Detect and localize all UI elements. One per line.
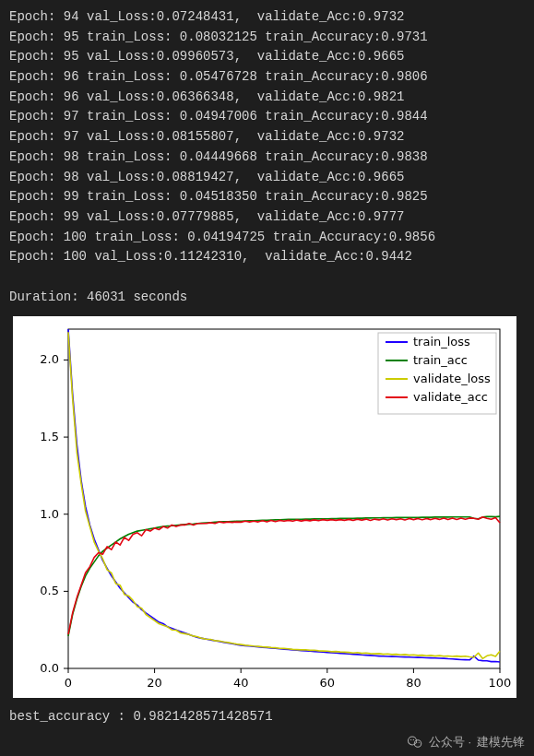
svg-text:validate_acc: validate_acc — [413, 390, 488, 404]
training-plot: 0204060801000.00.51.01.52.0train_losstra… — [13, 316, 516, 698]
svg-point-34 — [410, 739, 411, 740]
console-line: Epoch: 96 train_Loss: 0.05476728 train_A… — [9, 67, 525, 88]
console-line: Duration: 46031 seconds — [9, 288, 525, 308]
watermark-prefix: 公众号 · — [429, 734, 471, 750]
console-line: Epoch: 98 train_Loss: 0.04449668 train_A… — [9, 148, 525, 168]
svg-text:1.0: 1.0 — [40, 507, 59, 521]
svg-text:train_acc: train_acc — [413, 353, 468, 367]
watermark: 公众号 · 建模先锋 — [407, 734, 525, 750]
wechat-icon — [407, 734, 423, 750]
svg-text:80: 80 — [406, 676, 421, 690]
terminal-output: Epoch: 94 val_Loss:0.07248431, validate_… — [0, 0, 534, 311]
console-line: Epoch: 96 val_Loss:0.06366348, validate_… — [9, 88, 525, 108]
console-line — [9, 267, 525, 288]
console-line: Epoch: 99 val_Loss:0.07779885, validate_… — [9, 207, 525, 228]
svg-text:20: 20 — [147, 676, 162, 690]
console-line: Epoch: 95 train_Loss: 0.08032125 train_A… — [9, 28, 525, 48]
svg-text:60: 60 — [320, 676, 336, 690]
svg-text:100: 100 — [489, 676, 512, 690]
svg-text:2.0: 2.0 — [40, 353, 59, 367]
svg-point-37 — [418, 742, 419, 743]
svg-text:40: 40 — [233, 676, 249, 690]
console-line: Epoch: 98 val_Loss:0.08819427, validate_… — [9, 168, 525, 188]
console-line: Epoch: 100 val_Loss:0.11242310, validate… — [9, 247, 525, 267]
console-line: Epoch: 99 train_Loss: 0.04518350 train_A… — [9, 187, 525, 207]
console-line: Epoch: 100 train_Loss: 0.04194725 train_… — [9, 228, 525, 248]
console-line: Epoch: 97 train_Loss: 0.04947006 train_A… — [9, 107, 525, 127]
svg-text:1.5: 1.5 — [40, 430, 59, 443]
console-line: Epoch: 94 val_Loss:0.07248431, validate_… — [9, 7, 525, 28]
svg-text:validate_loss: validate_loss — [413, 372, 491, 385]
svg-text:0.0: 0.0 — [40, 661, 59, 675]
svg-point-35 — [412, 739, 413, 740]
svg-point-36 — [416, 742, 417, 743]
best-accuracy-line: best_accuracy : 0.9821428571428571 — [0, 702, 534, 724]
console-line: Epoch: 97 val_Loss:0.08155807, validate_… — [9, 127, 525, 148]
svg-text:train_loss: train_loss — [413, 335, 470, 348]
plot-svg: 0204060801000.00.51.01.52.0train_losstra… — [13, 316, 516, 698]
watermark-name: 建模先锋 — [477, 734, 525, 750]
svg-text:0.5: 0.5 — [40, 585, 59, 598]
console-line: Epoch: 95 val_Loss:0.09960573, validate_… — [9, 47, 525, 67]
svg-text:0: 0 — [65, 676, 72, 690]
